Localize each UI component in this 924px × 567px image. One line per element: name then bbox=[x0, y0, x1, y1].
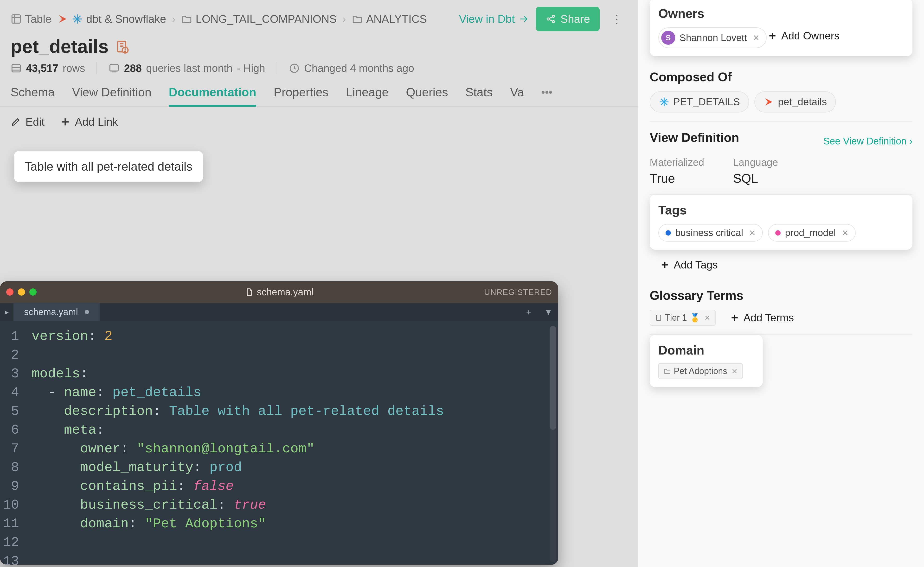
folder-icon bbox=[181, 14, 192, 24]
plus-icon bbox=[660, 260, 670, 270]
editor-titlebar[interactable]: schema.yaml UNREGISTERED bbox=[0, 281, 558, 303]
tag-chip[interactable]: prod_model ✕ bbox=[768, 224, 855, 242]
composed-item-snowflake[interactable]: PET_DETAILS bbox=[650, 92, 749, 112]
editor-unregistered: UNREGISTERED bbox=[484, 288, 552, 297]
folder-icon bbox=[352, 14, 363, 24]
table-icon bbox=[11, 14, 22, 24]
remove-icon[interactable]: ✕ bbox=[704, 314, 710, 322]
query-count-value: 288 bbox=[124, 62, 141, 74]
add-owners-button[interactable]: Add Owners bbox=[768, 30, 840, 42]
row-count-value: 43,517 bbox=[26, 62, 59, 74]
add-tags-button[interactable]: Add Tags bbox=[650, 255, 718, 279]
rows-icon bbox=[11, 63, 22, 74]
tag-color-icon bbox=[775, 230, 781, 236]
svg-point-6 bbox=[125, 51, 126, 52]
row-count-label: rows bbox=[63, 62, 85, 74]
owners-title: Owners bbox=[658, 6, 904, 21]
editor-tab-active[interactable]: schema.yaml bbox=[14, 303, 99, 321]
dbt-icon bbox=[763, 97, 774, 107]
new-tab-button[interactable]: ＋ bbox=[519, 303, 539, 321]
crumb-schema[interactable]: ANALYTICS bbox=[352, 12, 427, 26]
composed-item-label: pet_details bbox=[778, 96, 827, 108]
tab-schema[interactable]: Schema bbox=[11, 86, 55, 106]
add-link-label: Add Link bbox=[75, 116, 118, 128]
composed-title: Composed Of bbox=[650, 70, 912, 84]
composed-item-dbt[interactable]: pet_details bbox=[754, 92, 836, 112]
view-in-dbt-label: View in Dbt bbox=[459, 12, 515, 26]
deprecation-icon bbox=[115, 40, 129, 54]
query-count-label: queries last month bbox=[146, 62, 233, 74]
plus-icon bbox=[768, 31, 777, 40]
table-stats: 43,517 rows 288 queries last month - Hig… bbox=[0, 60, 638, 79]
clock-icon bbox=[289, 63, 300, 74]
see-view-definition-link[interactable]: See View Definition › bbox=[823, 136, 912, 147]
glossary-panel: Glossary Terms Tier 1 🥇 ✕ Add Terms bbox=[650, 279, 912, 335]
tab-properties[interactable]: Properties bbox=[274, 86, 328, 106]
edit-label: Edit bbox=[26, 116, 45, 128]
folder-icon bbox=[664, 368, 671, 375]
tab-queries[interactable]: Queries bbox=[406, 86, 448, 106]
editor-tabs: ▸ schema.yaml ＋ ▼ bbox=[0, 303, 558, 321]
book-icon bbox=[655, 314, 662, 321]
materialized-key: Materialized bbox=[650, 157, 704, 168]
query-count: 288 queries last month - High bbox=[108, 62, 265, 74]
last-changed-label: Changed 4 months ago bbox=[304, 62, 414, 74]
add-terms-button[interactable]: Add Terms bbox=[730, 312, 794, 324]
tab-view-definition[interactable]: View Definition bbox=[72, 86, 151, 106]
language-key: Language bbox=[733, 157, 778, 168]
chevron-right-icon: › bbox=[342, 13, 346, 25]
medal-icon: 🥇 bbox=[690, 313, 700, 322]
tag-label: prod_model bbox=[785, 227, 836, 238]
query-level: - High bbox=[237, 62, 265, 74]
crumb-db[interactable]: LONG_TAIL_COMPANIONS bbox=[181, 12, 337, 26]
tab-documentation[interactable]: Documentation bbox=[169, 86, 256, 106]
page-title: pet_details bbox=[11, 36, 108, 57]
editor-code[interactable]: version: 2 models: - name: pet_details d… bbox=[26, 321, 558, 565]
add-tags-label: Add Tags bbox=[674, 259, 718, 271]
tag-chip[interactable]: business critical ✕ bbox=[658, 224, 763, 242]
editor-tab-label: schema.yaml bbox=[24, 307, 78, 317]
share-icon bbox=[545, 14, 556, 24]
crumb-type[interactable]: Table bbox=[11, 12, 51, 26]
last-changed: Changed 4 months ago bbox=[289, 62, 414, 74]
doc-toolbar: Edit Add Link bbox=[0, 107, 638, 137]
dbt-icon bbox=[57, 14, 68, 24]
domain-chip[interactable]: Pet Adoptions ✕ bbox=[658, 363, 743, 379]
add-link-button[interactable]: Add Link bbox=[60, 116, 118, 128]
plus-icon bbox=[60, 117, 71, 127]
avatar: S bbox=[661, 31, 675, 45]
row-count: 43,517 rows bbox=[11, 62, 85, 74]
unsaved-dot-icon bbox=[85, 310, 89, 314]
tag-label: business critical bbox=[675, 227, 743, 238]
tab-validation[interactable]: Va bbox=[510, 86, 524, 106]
editor-title-text: schema.yaml bbox=[257, 287, 313, 297]
view-in-dbt-link[interactable]: View in Dbt bbox=[459, 12, 529, 26]
domain-label: Pet Adoptions bbox=[674, 366, 727, 376]
plus-icon bbox=[730, 313, 739, 322]
editor-body[interactable]: 12345678910111213 version: 2 models: - n… bbox=[0, 321, 558, 565]
crumb-type-label: Table bbox=[25, 12, 51, 26]
pencil-icon bbox=[11, 117, 21, 127]
editor-scrollbar[interactable] bbox=[549, 326, 556, 562]
tabs-overflow[interactable]: ••• bbox=[542, 86, 552, 105]
tab-stats[interactable]: Stats bbox=[465, 86, 493, 106]
glossary-title: Glossary Terms bbox=[650, 288, 912, 303]
right-sidebar: Owners S Shannon Lovett ✕ Add Owners Com… bbox=[638, 0, 924, 567]
remove-icon[interactable]: ✕ bbox=[731, 367, 737, 375]
owner-chip[interactable]: S Shannon Lovett ✕ bbox=[658, 27, 767, 48]
editor-sidebar-toggle[interactable]: ▸ bbox=[0, 303, 14, 321]
remove-icon[interactable]: ✕ bbox=[753, 33, 759, 42]
composed-of-panel: Composed Of PET_DETAILS pet_details bbox=[650, 61, 912, 122]
crumb-source[interactable]: dbt & Snowflake bbox=[57, 12, 166, 26]
more-menu-button[interactable]: ⋮ bbox=[606, 9, 627, 29]
edit-button[interactable]: Edit bbox=[11, 116, 45, 128]
svg-rect-8 bbox=[110, 64, 118, 71]
tab-list-button[interactable]: ▼ bbox=[539, 303, 558, 321]
domain-panel: Domain Pet Adoptions ✕ bbox=[650, 335, 763, 387]
tab-lineage[interactable]: Lineage bbox=[346, 86, 388, 106]
remove-icon[interactable]: ✕ bbox=[842, 228, 849, 238]
remove-icon[interactable]: ✕ bbox=[749, 228, 755, 238]
glossary-term-chip[interactable]: Tier 1 🥇 ✕ bbox=[650, 310, 716, 326]
chevron-right-icon: › bbox=[172, 13, 175, 25]
share-button[interactable]: Share bbox=[536, 7, 600, 31]
